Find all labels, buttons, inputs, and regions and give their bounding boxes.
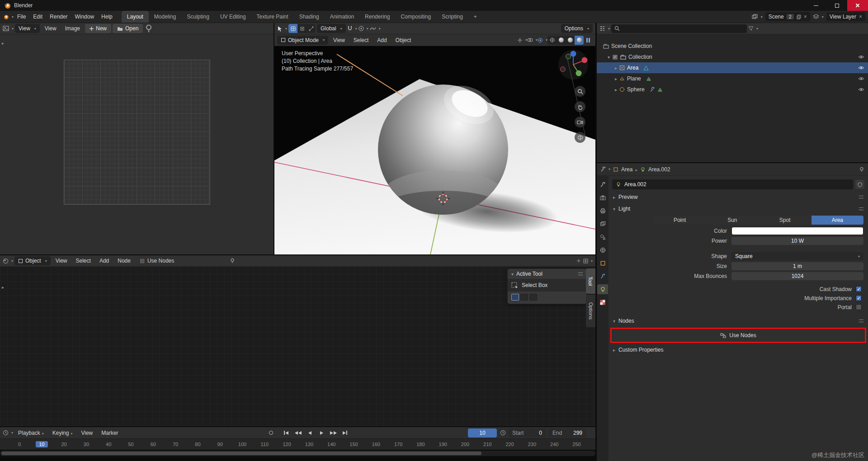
outliner-row-area[interactable]: Area [597, 62, 868, 73]
use-nodes-checkbox-label[interactable]: Use Nodes [147, 258, 174, 264]
workspace-tab-animation[interactable]: Animation [325, 11, 359, 23]
timeline-tick-250[interactable]: 250 [572, 442, 580, 447]
tab-texture[interactable] [597, 297, 608, 307]
active-tool-header[interactable]: Active Tool [508, 269, 586, 279]
use-nodes-checkbox[interactable] [139, 258, 145, 264]
minimize-button[interactable] [806, 0, 826, 11]
drag-grip-icon[interactable] [578, 273, 583, 275]
viewport-menu-select[interactable]: Select [350, 36, 372, 44]
menu-render[interactable]: Render [46, 13, 71, 21]
play-reverse-button[interactable] [305, 428, 315, 437]
timeline-tick-140[interactable]: 140 [327, 442, 335, 447]
timeline-tick-100[interactable]: 100 [238, 442, 246, 447]
snap-target-dropdown[interactable] [347, 24, 357, 33]
blender-menu-button[interactable] [3, 12, 14, 21]
zoom-button[interactable] [575, 86, 585, 97]
gizmo-y-axis[interactable] [576, 71, 582, 76]
gizmo-x-neg[interactable] [561, 67, 566, 72]
timeline-tick-220[interactable]: 220 [505, 442, 514, 447]
new-image-button[interactable]: New [85, 24, 111, 33]
collection-expand-icon[interactable] [608, 54, 610, 60]
current-frame-field[interactable]: 10 [468, 428, 497, 437]
node-menu-add[interactable]: Add [96, 257, 113, 265]
timeline-tick-240[interactable]: 240 [550, 442, 558, 447]
add-workspace-button[interactable]: + [468, 11, 482, 23]
breadcrumb-data[interactable]: Area.002 [648, 166, 670, 173]
timeline-tick-80[interactable]: 80 [195, 442, 200, 447]
eye-icon[interactable] [858, 76, 864, 81]
outliner-row-sphere[interactable]: Sphere [597, 84, 868, 95]
timeline-tick-230[interactable]: 230 [528, 442, 536, 447]
show-gizmo-dropdown[interactable] [517, 36, 527, 45]
pin-icon[interactable] [230, 258, 235, 263]
timeline-tick-60[interactable]: 60 [151, 442, 156, 447]
drag-grip-icon[interactable] [859, 196, 863, 198]
plane-expand-icon[interactable] [615, 75, 617, 82]
jump-to-end-button[interactable] [340, 428, 350, 437]
viewport-canvas[interactable]: User Perspective (10) Collection | Area … [274, 46, 595, 254]
node-editor-type-button[interactable] [3, 256, 13, 265]
navigation-gizmo[interactable] [558, 50, 588, 80]
play-button[interactable] [316, 428, 326, 437]
image-editor-canvas[interactable]: ▸ [0, 34, 274, 254]
section-custom-properties[interactable]: Custom Properties [609, 344, 868, 356]
proportional-editing-dropdown[interactable] [359, 24, 368, 33]
editor-type-button[interactable] [3, 24, 14, 33]
next-keyframe-button[interactable] [328, 428, 338, 437]
node-snap-dropdown[interactable] [583, 256, 593, 265]
open-image-button[interactable]: Open [113, 24, 143, 33]
use-nodes-button[interactable]: Use Nodes [613, 330, 864, 341]
timeline-tick-130[interactable]: 130 [305, 442, 313, 447]
light-type-sun[interactable]: Sun [706, 216, 758, 225]
node-editor-canvas[interactable]: ▸ [0, 267, 595, 426]
light-type-area[interactable]: Area [811, 216, 863, 225]
image-menu-image[interactable]: Image [61, 24, 84, 33]
start-frame-field[interactable]: Start 0 [508, 428, 546, 437]
custom-properties-expand-icon[interactable] [613, 347, 615, 353]
workspace-tab-compositing[interactable]: Compositing [395, 11, 436, 23]
tab-output[interactable] [597, 206, 608, 216]
menu-file[interactable]: File [14, 13, 29, 21]
active-tool-expand-icon[interactable] [511, 271, 514, 277]
properties-type-button[interactable] [600, 165, 610, 174]
outliner-row-scene-collection[interactable]: Scene Collection [597, 41, 868, 52]
workspace-tab-shading[interactable]: Shading [294, 11, 325, 23]
portal-checkbox[interactable] [856, 304, 862, 310]
light-type-spot[interactable]: Spot [759, 216, 811, 225]
drag-grip-icon[interactable] [859, 320, 863, 322]
image-menu-view[interactable]: View [41, 24, 60, 33]
timeline-tick-120[interactable]: 120 [283, 442, 291, 447]
power-field[interactable]: 10 W [731, 237, 863, 245]
menu-edit[interactable]: Edit [29, 13, 46, 21]
node-menu-node[interactable]: Node [114, 257, 134, 265]
section-nodes[interactable]: Nodes [609, 315, 868, 327]
menu-window[interactable]: Window [71, 13, 98, 21]
pin-icon[interactable] [859, 167, 864, 172]
select-mode-extend[interactable] [520, 294, 528, 301]
pause-render-button[interactable] [584, 36, 593, 45]
shading-wireframe-icon[interactable] [547, 36, 557, 45]
node-menu-view[interactable]: View [52, 257, 71, 265]
shader-type-dropdown[interactable]: Object [14, 256, 51, 265]
pan-button[interactable] [575, 101, 585, 112]
gizmo-y-neg[interactable] [566, 54, 571, 59]
workspace-tab-sculpting[interactable]: Sculpting [182, 11, 215, 23]
cast-shadow-checkbox[interactable] [856, 286, 862, 292]
menu-help[interactable]: Help [98, 13, 116, 21]
preview-expand-icon[interactable] [613, 194, 615, 200]
drag-grip-icon[interactable] [859, 207, 863, 210]
active-tool-current[interactable]: Select Box [508, 279, 586, 292]
timeline-type-button[interactable] [3, 428, 13, 437]
timeline-menu-keying[interactable]: Keying [49, 429, 76, 437]
unlink-scene-icon[interactable] [804, 14, 807, 20]
eye-icon[interactable] [858, 55, 864, 59]
outliner-type-button[interactable] [599, 24, 610, 33]
nodes-expand-icon[interactable] [613, 318, 615, 324]
timeline-tick-210[interactable]: 210 [483, 442, 491, 447]
timeline-tick-200[interactable]: 200 [461, 442, 469, 447]
camera-view-button[interactable] [575, 117, 585, 127]
falloff-dropdown[interactable] [370, 24, 381, 33]
options-dropdown[interactable]: Options [561, 24, 593, 33]
timeline-tick-50[interactable]: 50 [128, 442, 133, 447]
timeline-tick-150[interactable]: 150 [349, 442, 358, 447]
